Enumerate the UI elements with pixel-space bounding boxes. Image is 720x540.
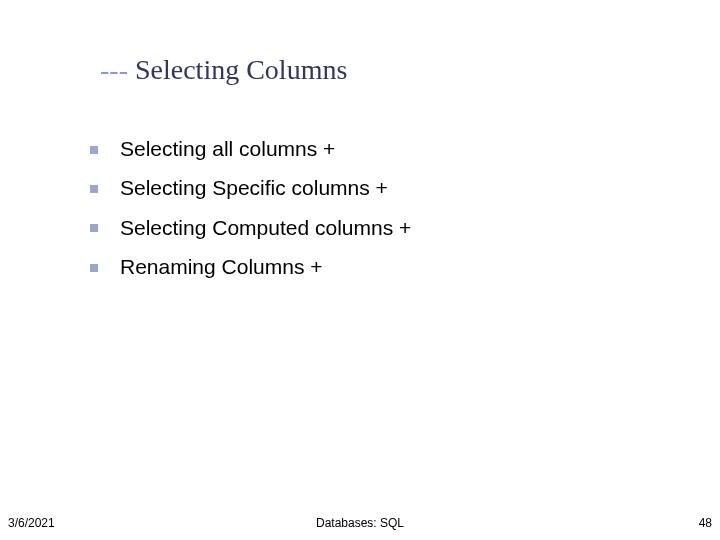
title-text: Selecting Columns <box>128 54 347 85</box>
bullet-icon <box>90 185 98 193</box>
bullet-text: Selecting all columns + <box>120 135 335 162</box>
slide-title: --- Selecting Columns <box>100 54 347 86</box>
bullet-icon <box>90 146 98 154</box>
bullet-text: Selecting Specific columns + <box>120 174 388 201</box>
bullet-text: Selecting Computed columns + <box>120 214 411 241</box>
list-item: Selecting Specific columns + <box>90 174 650 201</box>
bullet-icon <box>90 224 98 232</box>
footer-page-number: 48 <box>699 516 712 530</box>
list-item: Selecting Computed columns + <box>90 214 650 241</box>
footer-center: Databases: SQL <box>0 516 720 530</box>
list-item: Renaming Columns + <box>90 253 650 280</box>
bullet-list: Selecting all columns + Selecting Specif… <box>90 135 650 292</box>
title-dashes: --- <box>100 54 128 85</box>
bullet-text: Renaming Columns + <box>120 253 323 280</box>
list-item: Selecting all columns + <box>90 135 650 162</box>
bullet-icon <box>90 264 98 272</box>
slide: --- Selecting Columns Selecting all colu… <box>0 0 720 540</box>
